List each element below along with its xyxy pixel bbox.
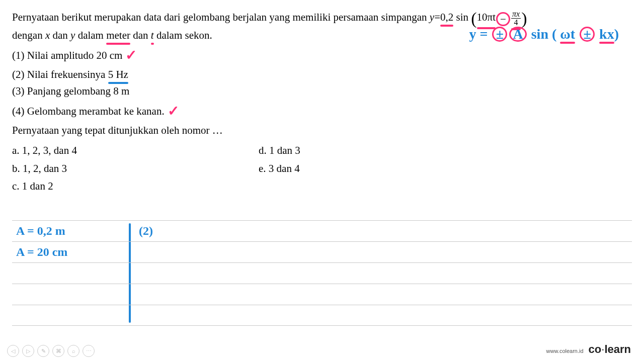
notebook-row-3: [12, 262, 632, 284]
brand-co: co: [589, 343, 602, 355]
s1-text: Nilai amplitudo 20 cm: [27, 49, 123, 61]
option-b: b. 1, 2, dan 3: [12, 160, 259, 177]
statement-2: (2) Nilai frekuensinya 5 Hz: [12, 66, 632, 83]
hw-lparen: (: [552, 26, 556, 42]
var-x: x: [45, 29, 50, 41]
notebook-row-2: A = 20 cm: [12, 241, 632, 262]
hw-kx: kx: [599, 26, 614, 42]
s2-text-b: 5 Hz: [108, 66, 128, 83]
camera-icon[interactable]: ⌘: [52, 345, 64, 357]
nb-r2-left: A = 20 cm: [12, 245, 129, 259]
word-meter: meter: [106, 27, 130, 44]
option-d: d. 1 dan 3: [259, 142, 505, 159]
notebook-row-1: A = 0,2 m (2): [12, 220, 632, 241]
next-icon[interactable]: ▷: [22, 345, 34, 357]
t3: dalam: [75, 29, 106, 41]
frac-den: 4: [511, 19, 521, 27]
notebook-area: A = 0,2 m (2) A = 20 cm: [12, 220, 632, 326]
statement-3: (3) Panjang gelombang 8 m: [12, 83, 632, 100]
fraction-pix-over-4: πx4: [511, 10, 521, 27]
footer: www.colearn.id co·learn: [546, 343, 631, 356]
zoom-icon[interactable]: ⌕: [67, 345, 79, 357]
s2-text-a: Nilai frekuensinya: [27, 68, 108, 80]
paren-left: (: [471, 10, 476, 27]
hw-eq: =: [480, 26, 488, 42]
option-e: e. 3 dan 4: [259, 160, 505, 177]
intro-text: Pernyataan berikut merupakan data dari g…: [12, 11, 430, 23]
notebook-row-4: [12, 284, 632, 305]
s3-num: (3): [12, 85, 27, 97]
t4: dan: [130, 29, 151, 41]
edit-icon[interactable]: ✎: [37, 345, 49, 357]
footer-url: www.colearn.id: [546, 348, 584, 354]
handwritten-formula: y = ±A sin ( ωt ± kx): [469, 26, 619, 42]
circled-pm-2: ±: [580, 27, 595, 42]
frac-num: πx: [511, 10, 521, 19]
s4-text: Gelombang merambat ke kanan.: [27, 105, 165, 117]
option-a: a. 1, 2, 3, dan 4: [12, 142, 259, 159]
s2-num: (2): [12, 68, 27, 80]
options-col-right: d. 1 dan 3 e. 3 dan 4: [259, 141, 505, 195]
notebook-row-5: [12, 305, 632, 326]
circled-minus: −: [496, 12, 510, 26]
s4-num: (4): [12, 105, 27, 117]
bottom-toolbar: ◁ ▷ ✎ ⌘ ⌕ ⋯: [7, 345, 95, 357]
var-t: t: [151, 29, 154, 41]
equals: =: [434, 11, 440, 23]
t5: dalam sekon.: [154, 29, 212, 41]
statement-1: (1) Nilai amplitudo 20 cm✓: [12, 44, 632, 66]
check-icon: ✓: [168, 100, 179, 122]
hw-wt: ωt: [560, 26, 575, 42]
t1: dengan: [12, 29, 45, 41]
paren-right: ): [521, 10, 527, 27]
nb-r1-right: (2): [129, 224, 153, 238]
sin: sin: [453, 11, 471, 23]
options-block: a. 1, 2, 3, dan 4 b. 1, 2, dan 3 c. 1 da…: [12, 141, 632, 195]
circled-A: A: [509, 27, 526, 42]
brand-logo: co·learn: [589, 343, 631, 356]
prompt-line: Pernyataan yang tepat ditunjukkan oleh n…: [12, 122, 632, 139]
var-y2: y: [70, 29, 75, 41]
brand-learn: learn: [604, 343, 631, 355]
circled-pm-1: ±: [492, 27, 507, 42]
hw-y: y: [469, 26, 476, 42]
coef-0-2: 0,2: [440, 9, 453, 26]
s3-text: Panjang gelombang 8 m: [27, 85, 130, 97]
term-10pi-t: 10πt: [477, 9, 496, 26]
options-col-left: a. 1, 2, 3, dan 4 b. 1, 2, dan 3 c. 1 da…: [12, 141, 259, 195]
hw-rparen: ): [614, 26, 619, 42]
hw-sin: sin: [531, 26, 548, 42]
question-intro-line-1: Pernyataan berikut merupakan data dari g…: [12, 9, 632, 27]
option-c: c. 1 dan 2: [12, 178, 259, 195]
nb-r1-left: A = 0,2 m: [12, 224, 129, 238]
more-icon[interactable]: ⋯: [83, 345, 95, 357]
prev-icon[interactable]: ◁: [7, 345, 19, 357]
statement-4: (4) Gelombang merambat ke kanan.✓: [12, 100, 632, 122]
equation: y=0,2 sin (10πt−πx4): [430, 11, 527, 23]
check-icon: ✓: [125, 44, 137, 66]
s1-num: (1): [12, 49, 27, 61]
var-y: y: [430, 11, 434, 23]
t2: dan: [50, 29, 70, 41]
